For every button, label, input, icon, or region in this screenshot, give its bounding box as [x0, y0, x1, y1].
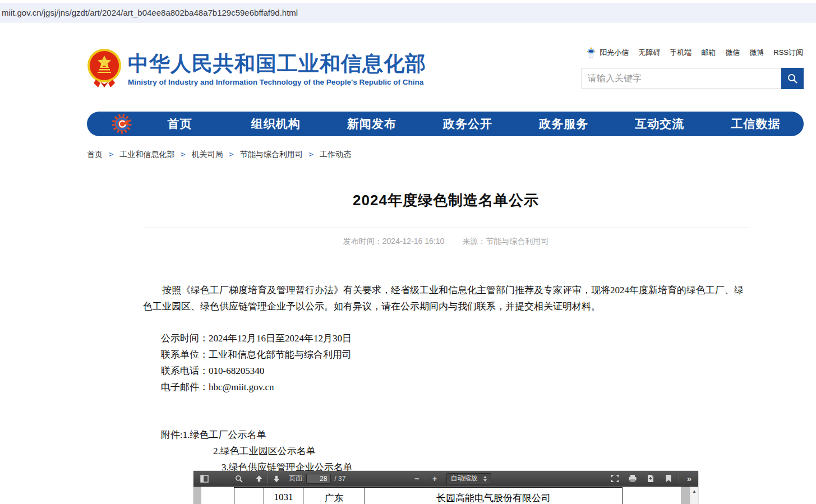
breadcrumb-current: 工作动态 [320, 150, 351, 159]
article: 2024年度绿色制造名单公示 发布时间：2024-12-16 16:10 来源：… [143, 178, 749, 475]
link-rss[interactable]: RSS订阅 [773, 48, 803, 58]
breadcrumb-separator: > [225, 150, 237, 159]
download-button[interactable] [644, 472, 657, 485]
site-header: 中华人民共和国工业和信息化部 Ministry of Industry and … [128, 53, 426, 86]
page-root: miit.gov.cn/jgsj/jns/gzdt/art/2024/art_b… [0, 0, 816, 504]
toolbar-divider [268, 474, 268, 483]
pdf-content-area: 1031 广东 长园高能电气股份有限公司 ▲ [193, 487, 698, 504]
publish-time: 发布时间：2024-12-16 16:10 [343, 237, 445, 246]
pdf-viewer: 页面: / 37 − + 自动缩放 [193, 471, 698, 504]
attachment-link-green-park[interactable]: 2.绿色工业园区公示名单 [213, 446, 316, 456]
zoom-mode-select[interactable]: 自动缩放 [446, 473, 491, 484]
page-total: / 37 [334, 475, 345, 483]
search-icon [787, 73, 798, 84]
breadcrumb-home[interactable]: 首页 [87, 150, 103, 159]
pdf-page: 1031 广东 长园高能电气股份有限公司 [201, 487, 681, 504]
article-title: 2024年度绿色制造名单公示 [143, 191, 749, 210]
breadcrumb-separator: > [105, 150, 117, 159]
publicity-period: 公示时间：2024年12月16日至2024年12月30日 [161, 330, 749, 346]
previous-page-button[interactable] [252, 472, 266, 485]
zoom-in-button[interactable]: + [428, 472, 442, 485]
bookmark-icon [665, 474, 672, 483]
zoom-controls: − + 自动缩放 [410, 472, 491, 485]
zoom-out-button[interactable]: − [410, 472, 424, 485]
breadcrumb-miit[interactable]: 工业和信息化部 [119, 150, 174, 159]
nav-item-organization[interactable]: 组织机构 [228, 116, 324, 132]
nav-item-gov-open[interactable]: 政务公开 [419, 116, 515, 132]
breadcrumb-separator: > [305, 150, 317, 159]
select-spinner-icon [483, 476, 487, 482]
page-label: 页面: [289, 474, 304, 483]
table-cell-blank [234, 488, 264, 504]
page-url[interactable]: miit.gov.cn/jgsj/jns/gzdt/art/2024/art_b… [2, 8, 298, 17]
find-button[interactable] [232, 472, 246, 485]
attachments-block: 附件:1.绿色工厂公示名单 2.绿色工业园区公示名单 3.绿色供应链管理企业公示… [143, 427, 749, 475]
toggle-sidebar-button[interactable] [197, 472, 211, 485]
bookmark-button[interactable] [662, 472, 675, 485]
nav-item-gov-service[interactable]: 政务服务 [516, 116, 612, 132]
page-number-input[interactable] [306, 474, 331, 484]
pdf-table-row: 1031 广东 长园高能电气股份有限公司 [234, 487, 623, 504]
sunshine-robot-icon [586, 47, 596, 58]
breadcrumb-energy-dept[interactable]: 节能与综合利用司 [240, 150, 303, 159]
nav-item-news[interactable]: 新闻发布 [324, 116, 419, 132]
site-subtitle: Ministry of Industry and Information Tec… [128, 78, 426, 86]
pdf-scrollbar[interactable]: ▲ [690, 487, 698, 504]
link-accessibility[interactable]: 无障碍 [638, 48, 660, 58]
link-mail[interactable]: 邮箱 [701, 48, 716, 58]
article-source: 来源：节能与综合利用司 [462, 237, 548, 246]
scroll-up-icon[interactable]: ▲ [690, 489, 698, 494]
printer-icon [628, 474, 637, 483]
toolbar-divider [679, 474, 679, 483]
find-icon [235, 475, 243, 483]
link-sunshine-robot[interactable]: 阳光小信 [600, 48, 629, 58]
main-nav: 首页 组织机构 新闻发布 政务公开 政务服务 互动交流 工信数据 [87, 112, 804, 136]
national-emblem-icon [87, 48, 122, 87]
toolbar-right-group: » [608, 472, 696, 485]
link-weibo[interactable]: 微博 [749, 48, 764, 58]
contact-phone: 联系电话：010-68205340 [161, 363, 749, 379]
page-up-icon [255, 475, 263, 483]
search-input[interactable] [582, 68, 781, 89]
breadcrumb: 首页 > 工业和信息化部 > 机关司局 > 节能与综合利用司 > 工作动态 [87, 150, 351, 160]
link-wechat[interactable]: 微信 [725, 48, 740, 58]
pdf-toolbar: 页面: / 37 − + 自动缩放 [193, 471, 698, 487]
toolbar-divider [426, 474, 426, 483]
presentation-mode-button[interactable] [608, 472, 621, 485]
nav-item-data[interactable]: 工信数据 [708, 116, 804, 132]
article-body: 按照《绿色工厂梯度培育及管理暂行办法》有关要求，经省级工业和信息化主管部门推荐及… [143, 282, 749, 475]
table-cell-province: 广东 [303, 488, 365, 504]
contact-email: 电子邮件：hbc@miit.gov.cn [161, 379, 749, 395]
attachment-link-green-factory[interactable]: 附件:1.绿色工厂公示名单 [161, 429, 266, 440]
print-button[interactable] [626, 472, 639, 485]
quick-links: 阳光小信 无障碍 手机端 邮箱 微信 微博 RSS订阅 [586, 47, 803, 58]
nav-item-home[interactable]: 首页 [132, 116, 228, 132]
next-page-button[interactable] [270, 472, 283, 485]
download-icon [647, 474, 654, 483]
page-down-icon [273, 475, 280, 483]
contact-unit: 联系单位：工业和信息化部节能与综合利用司 [161, 346, 749, 363]
sidebar-icon [200, 475, 209, 483]
zoom-mode-value: 自动缩放 [451, 474, 478, 483]
contact-block: 公示时间：2024年12月16日至2024年12月30日 联系单位：工业和信息化… [143, 330, 749, 395]
site-search [582, 68, 804, 89]
search-button[interactable] [781, 68, 804, 89]
nav-item-interaction[interactable]: 互动交流 [612, 116, 708, 132]
table-cell-number: 1031 [264, 488, 303, 504]
link-mobile[interactable]: 手机端 [670, 48, 691, 58]
browser-address-bar[interactable]: miit.gov.cn/jgsj/jns/gzdt/art/2024/art_b… [0, 3, 816, 22]
breadcrumb-departments[interactable]: 机关司局 [191, 150, 223, 159]
more-tools-button[interactable]: » [683, 472, 696, 485]
fullscreen-icon [611, 474, 619, 483]
article-meta: 发布时间：2024-12-16 16:10 来源：节能与综合利用司 [143, 237, 749, 247]
title-divider [143, 228, 749, 228]
breadcrumb-separator: > [177, 150, 189, 159]
table-cell-company: 长园高能电气股份有限公司 [365, 488, 622, 504]
site-title: 中华人民共和国工业和信息化部 [128, 53, 426, 75]
article-paragraph: 按照《绿色工厂梯度培育及管理暂行办法》有关要求，经省级工业和信息化主管部门推荐及… [143, 282, 749, 315]
miit-gear-logo-icon [112, 114, 132, 134]
